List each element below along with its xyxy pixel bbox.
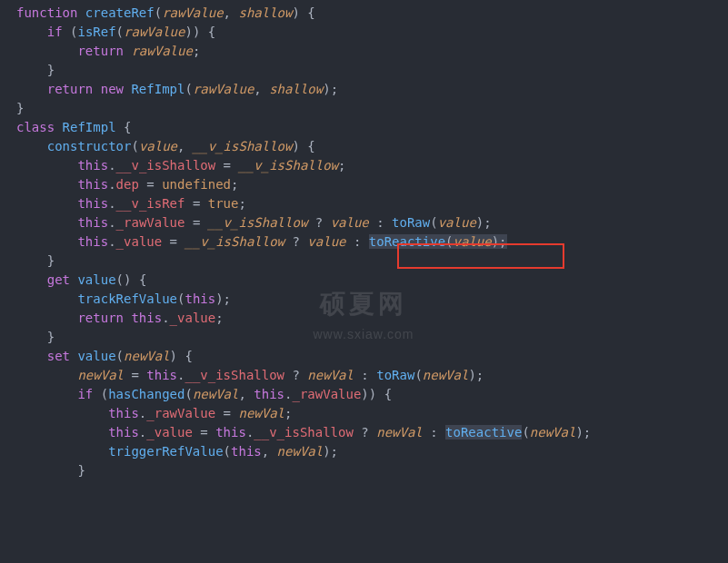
code-line: this.__v_isRef = true; [16,196,246,211]
code-line: } [16,101,24,115]
code-line: } [16,463,85,478]
code-line: return this._value; [16,311,224,325]
code-line: } [16,63,55,77]
code-line: if (hasChanged(newVal, this._rawValue)) … [16,387,392,401]
code-line: return rawValue; [16,44,200,58]
code-line: } [16,253,55,268]
code-line: this._value = __v_isShallow ? value : to… [16,234,507,249]
code-line: this._rawValue = newVal; [16,406,292,420]
code-line: trackRefValue(this); [16,291,231,306]
code-block: function createRef(rawValue, shallow) { … [0,0,728,480]
code-line: set value(newVal) { [16,349,193,363]
code-line: this._value = this.__v_isShallow ? newVa… [16,425,591,440]
code-line: return new RefImpl(rawValue, shallow); [16,82,338,96]
code-line: } [16,330,55,344]
code-line: newVal = this.__v_isShallow ? newVal : t… [16,368,484,382]
code-line: this.dep = undefined; [16,177,238,192]
code-line: if (isRef(rawValue)) { [16,25,215,39]
code-line: this.__v_isShallow = __v_isShallow; [16,158,345,173]
code-line: function createRef(rawValue, shallow) { [16,5,315,20]
selected-text: toReactive [369,234,445,249]
code-line: this._rawValue = __v_isShallow ? value :… [16,215,492,230]
code-line: constructor(value, __v_isShallow) { [16,139,315,153]
code-line: get value() { [16,272,146,287]
code-line: triggerRefValue(this, newVal); [16,444,338,459]
code-line: class RefImpl { [16,120,131,134]
